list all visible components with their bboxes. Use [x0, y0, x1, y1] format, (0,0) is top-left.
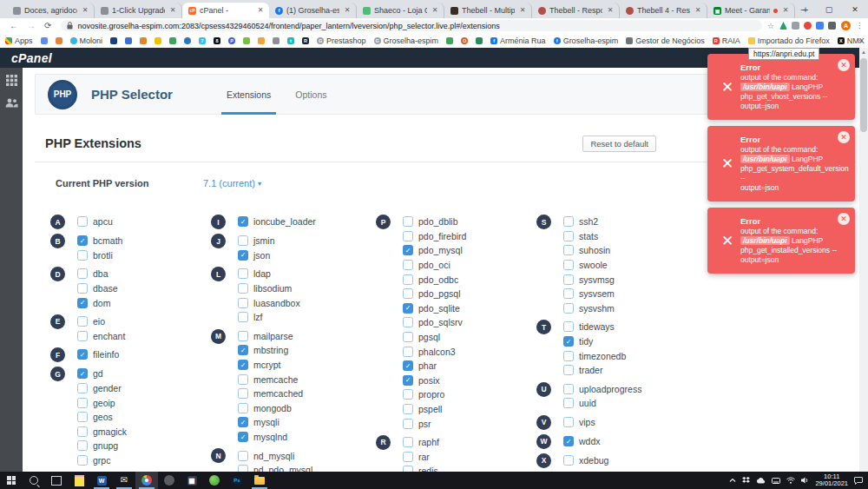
extension-checkbox[interactable]: [77, 412, 88, 422]
word-app[interactable]: W: [90, 472, 113, 489]
extension-checkbox[interactable]: [403, 419, 413, 429]
chrome-app[interactable]: [135, 472, 158, 489]
bookmark-item[interactable]: [155, 37, 161, 44]
extension-checkbox[interactable]: [563, 274, 574, 285]
extension-checkbox[interactable]: ✓: [403, 303, 413, 314]
extension-checkbox[interactable]: [563, 288, 574, 299]
extension-checkbox[interactable]: [563, 231, 574, 241]
bookmark-item[interactable]: Apps: [5, 36, 33, 45]
extension-checkbox[interactable]: [77, 440, 88, 451]
browser-app[interactable]: [158, 472, 181, 489]
extension-checkbox[interactable]: ✓: [403, 375, 413, 386]
browser-tab[interactable]: cPcPanel -✕: [182, 3, 269, 18]
bookmark-item[interactable]: [125, 37, 132, 44]
sticky-notes-app[interactable]: [68, 472, 90, 489]
extension-icon[interactable]: [804, 22, 812, 30]
browser-tab[interactable]: Shaeco - Loja Online |✕: [357, 3, 444, 18]
extension-checkbox[interactable]: ✓: [403, 360, 413, 371]
wifi-icon[interactable]: [786, 477, 795, 484]
dropbox-icon[interactable]: [742, 477, 750, 484]
extension-checkbox[interactable]: ✓: [403, 245, 413, 255]
extension-checkbox[interactable]: [403, 317, 413, 327]
bookmark-item[interactable]: GPrestashop: [317, 36, 366, 45]
bookmarks-overflow-icon[interactable]: »: [858, 36, 863, 45]
reset-to-default-button[interactable]: Reset to default: [582, 135, 656, 152]
extension-checkbox[interactable]: ✓: [77, 235, 88, 246]
browser-tab[interactable]: 1-Click Upgrade > 1-Cl✕: [95, 3, 182, 18]
keyboard-icon[interactable]: [772, 478, 780, 484]
extension-checkbox[interactable]: [77, 283, 88, 294]
extension-checkbox[interactable]: [563, 417, 574, 427]
extension-checkbox[interactable]: ✓: [238, 345, 248, 355]
extension-checkbox[interactable]: [563, 398, 574, 408]
minimize-button[interactable]: –: [790, 0, 816, 18]
refresh-button[interactable]: ⟳: [44, 21, 51, 30]
extension-checkbox[interactable]: [563, 303, 574, 314]
mail-app[interactable]: ✉: [113, 472, 135, 489]
bookmark-item[interactable]: fGroselha-espim: [554, 36, 619, 45]
bookmark-item[interactable]: Gestor de Negócios: [626, 36, 705, 45]
start-button[interactable]: [0, 472, 23, 489]
bookmark-item[interactable]: [243, 37, 250, 44]
users-icon[interactable]: [5, 98, 18, 108]
extension-checkbox[interactable]: [238, 235, 248, 246]
scrollbar-thumb[interactable]: [860, 58, 867, 132]
extension-checkbox[interactable]: [563, 260, 574, 270]
search-button[interactable]: [23, 472, 45, 489]
extension-checkbox[interactable]: [403, 274, 413, 285]
tab-extensions[interactable]: Extensions: [214, 75, 283, 114]
bookmark-item[interactable]: RRAIA: [713, 36, 740, 45]
tab-close-icon[interactable]: ✕: [694, 6, 702, 15]
action-center-icon[interactable]: [854, 477, 863, 485]
extension-checkbox[interactable]: [77, 216, 88, 227]
extension-checkbox[interactable]: [403, 332, 413, 342]
extension-icon[interactable]: [779, 22, 787, 30]
file-explorer-app[interactable]: [248, 472, 271, 489]
tab-close-icon[interactable]: ✕: [518, 6, 527, 15]
extension-icon[interactable]: [816, 22, 824, 30]
browser-tab[interactable]: ▣Meet - Garantia de✕: [707, 3, 795, 18]
extension-checkbox[interactable]: [403, 466, 413, 472]
extension-checkbox[interactable]: [238, 388, 248, 399]
extension-checkbox[interactable]: ✓: [238, 417, 248, 427]
extension-checkbox[interactable]: [238, 374, 248, 385]
tab-close-icon[interactable]: ✕: [168, 6, 177, 15]
extension-checkbox[interactable]: ✓: [563, 336, 574, 347]
extension-checkbox[interactable]: [238, 331, 248, 341]
chevron-down-icon[interactable]: ▾: [258, 180, 261, 188]
extension-checkbox[interactable]: [403, 452, 413, 462]
browser-tab[interactable]: Thebell 4 - Responsiv✕: [620, 3, 707, 18]
tray-chevron-icon[interactable]: [729, 478, 736, 483]
extension-checkbox[interactable]: [77, 383, 88, 393]
extension-checkbox[interactable]: [563, 216, 574, 227]
extension-checkbox[interactable]: [403, 231, 413, 241]
bookmark-item[interactable]: [41, 37, 48, 44]
extension-checkbox[interactable]: [77, 268, 88, 279]
extension-checkbox[interactable]: [403, 260, 413, 270]
php-version-dropdown[interactable]: 7.1 (current): [203, 178, 255, 188]
volume-icon[interactable]: [801, 477, 809, 484]
bookmark-item[interactable]: GGroselha-espim: [374, 36, 439, 45]
green-app[interactable]: [203, 472, 226, 489]
bookmark-item[interactable]: fArménia Rua: [490, 36, 546, 45]
extension-checkbox[interactable]: [238, 283, 248, 294]
bookmark-item[interactable]: Importado do Firefox: [748, 36, 830, 45]
maximize-button[interactable]: ▢: [816, 0, 842, 18]
extension-checkbox[interactable]: [77, 331, 88, 341]
browser-tab[interactable]: Doces, agridoces e lico✕: [7, 3, 95, 18]
bookmark-item[interactable]: R: [302, 37, 309, 44]
extension-checkbox[interactable]: [77, 316, 88, 327]
bookmark-item[interactable]: [476, 37, 483, 44]
tab-close-icon[interactable]: ✕: [256, 6, 265, 15]
taskbar-clock[interactable]: 10:11 29/01/2021: [815, 473, 848, 488]
bookmark-item[interactable]: [110, 37, 117, 44]
extension-icon[interactable]: [792, 22, 799, 30]
onedrive-cloud-icon[interactable]: [756, 478, 766, 484]
extension-checkbox[interactable]: [403, 404, 413, 414]
apps-grid-icon[interactable]: [6, 75, 17, 86]
extension-checkbox[interactable]: [403, 389, 413, 400]
tab-options[interactable]: Options: [283, 75, 339, 114]
extension-checkbox[interactable]: [403, 437, 413, 447]
extension-checkbox[interactable]: ✓: [238, 250, 248, 261]
toast-close-button[interactable]: ✕: [838, 131, 850, 143]
